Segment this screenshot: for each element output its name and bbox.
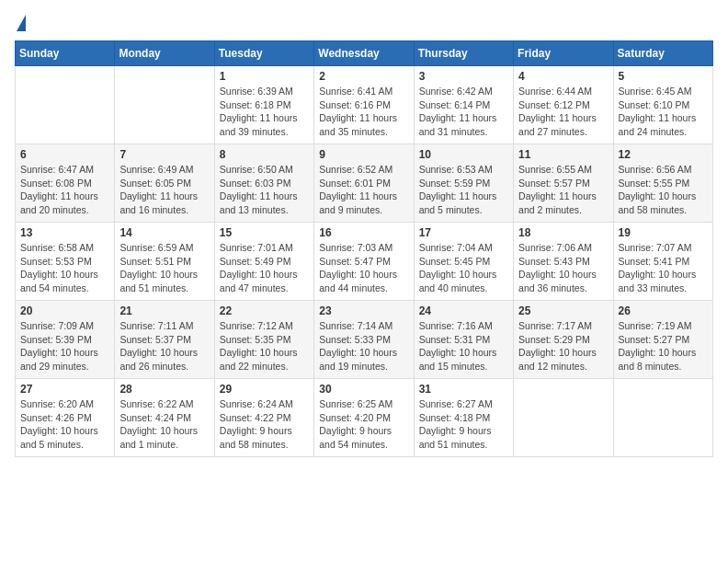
calendar-cell: 18Sunrise: 7:06 AM Sunset: 5:43 PM Dayli… <box>514 223 613 301</box>
day-number: 9 <box>319 148 408 161</box>
day-number: 1 <box>220 70 309 83</box>
logo-triangle-icon <box>17 15 26 31</box>
day-info: Sunrise: 7:06 AM Sunset: 5:43 PM Dayligh… <box>518 241 608 295</box>
calendar-week-row: 6Sunrise: 6:47 AM Sunset: 6:08 PM Daylig… <box>16 144 713 223</box>
calendar-cell: 4Sunrise: 6:44 AM Sunset: 6:12 PM Daylig… <box>514 66 613 144</box>
day-number: 20 <box>20 304 109 317</box>
calendar-cell: 9Sunrise: 6:52 AM Sunset: 6:01 PM Daylig… <box>314 144 414 223</box>
calendar-cell: 10Sunrise: 6:53 AM Sunset: 5:59 PM Dayli… <box>414 144 513 223</box>
calendar-cell: 16Sunrise: 7:03 AM Sunset: 5:47 PM Dayli… <box>314 223 414 301</box>
calendar-cell: 31Sunrise: 6:27 AM Sunset: 4:18 PM Dayli… <box>414 379 513 457</box>
day-of-week-header: Thursday <box>414 41 513 66</box>
calendar-cell: 26Sunrise: 7:19 AM Sunset: 5:27 PM Dayli… <box>613 301 712 379</box>
day-info: Sunrise: 7:07 AM Sunset: 5:41 PM Dayligh… <box>619 241 708 295</box>
day-info: Sunrise: 7:01 AM Sunset: 5:49 PM Dayligh… <box>220 241 309 295</box>
day-info: Sunrise: 6:55 AM Sunset: 5:57 PM Dayligh… <box>518 163 608 217</box>
day-number: 23 <box>319 304 408 317</box>
calendar-cell: 25Sunrise: 7:17 AM Sunset: 5:29 PM Dayli… <box>514 301 613 379</box>
calendar-cell: 5Sunrise: 6:45 AM Sunset: 6:10 PM Daylig… <box>613 66 712 144</box>
day-info: Sunrise: 6:39 AM Sunset: 6:18 PM Dayligh… <box>220 85 309 139</box>
day-info: Sunrise: 6:58 AM Sunset: 5:53 PM Dayligh… <box>20 241 109 295</box>
day-info: Sunrise: 6:42 AM Sunset: 6:14 PM Dayligh… <box>419 85 508 139</box>
day-number: 16 <box>319 226 408 239</box>
calendar-cell <box>16 66 115 144</box>
calendar-cell <box>115 66 214 144</box>
day-info: Sunrise: 6:49 AM Sunset: 6:05 PM Dayligh… <box>119 163 209 217</box>
day-number: 14 <box>119 226 209 239</box>
day-number: 26 <box>619 304 708 317</box>
day-info: Sunrise: 6:20 AM Sunset: 4:26 PM Dayligh… <box>20 397 109 452</box>
day-info: Sunrise: 7:03 AM Sunset: 5:47 PM Dayligh… <box>319 241 408 295</box>
day-of-week-header: Sunday <box>16 41 115 66</box>
day-number: 13 <box>20 226 109 239</box>
calendar-cell: 12Sunrise: 6:56 AM Sunset: 5:55 PM Dayli… <box>613 144 712 223</box>
day-number: 7 <box>119 148 209 161</box>
day-number: 22 <box>220 304 309 317</box>
day-of-week-header: Wednesday <box>314 41 414 66</box>
day-number: 8 <box>220 148 309 161</box>
calendar-cell: 15Sunrise: 7:01 AM Sunset: 5:49 PM Dayli… <box>214 223 313 301</box>
calendar-cell: 27Sunrise: 6:20 AM Sunset: 4:26 PM Dayli… <box>16 379 115 457</box>
calendar-cell: 29Sunrise: 6:24 AM Sunset: 4:22 PM Dayli… <box>214 379 313 457</box>
day-info: Sunrise: 6:25 AM Sunset: 4:20 PM Dayligh… <box>319 397 408 452</box>
day-number: 5 <box>619 70 708 83</box>
day-info: Sunrise: 7:04 AM Sunset: 5:45 PM Dayligh… <box>419 241 508 295</box>
day-info: Sunrise: 6:44 AM Sunset: 6:12 PM Dayligh… <box>518 85 608 139</box>
calendar-cell: 3Sunrise: 6:42 AM Sunset: 6:14 PM Daylig… <box>414 66 513 144</box>
day-number: 11 <box>518 148 608 161</box>
day-number: 25 <box>518 304 608 317</box>
calendar-cell: 23Sunrise: 7:14 AM Sunset: 5:33 PM Dayli… <box>314 301 414 379</box>
calendar-table: SundayMondayTuesdayWednesdayThursdayFrid… <box>15 40 713 457</box>
day-info: Sunrise: 6:47 AM Sunset: 6:08 PM Dayligh… <box>20 163 109 217</box>
calendar-cell: 19Sunrise: 7:07 AM Sunset: 5:41 PM Dayli… <box>613 223 712 301</box>
day-info: Sunrise: 7:11 AM Sunset: 5:37 PM Dayligh… <box>119 319 209 373</box>
calendar-cell <box>613 379 712 457</box>
calendar-cell: 30Sunrise: 6:25 AM Sunset: 4:20 PM Dayli… <box>314 379 414 457</box>
calendar-cell: 28Sunrise: 6:22 AM Sunset: 4:24 PM Dayli… <box>115 379 214 457</box>
calendar-cell: 7Sunrise: 6:49 AM Sunset: 6:05 PM Daylig… <box>115 144 214 223</box>
day-number: 21 <box>119 304 209 317</box>
day-info: Sunrise: 7:17 AM Sunset: 5:29 PM Dayligh… <box>518 319 608 373</box>
day-number: 29 <box>220 383 309 396</box>
calendar-cell: 8Sunrise: 6:50 AM Sunset: 6:03 PM Daylig… <box>214 144 313 223</box>
day-of-week-header: Monday <box>115 41 214 66</box>
day-of-week-header: Saturday <box>613 41 712 66</box>
calendar-week-row: 27Sunrise: 6:20 AM Sunset: 4:26 PM Dayli… <box>16 379 713 457</box>
day-info: Sunrise: 6:59 AM Sunset: 5:51 PM Dayligh… <box>119 241 209 295</box>
day-number: 31 <box>419 383 508 396</box>
day-number: 19 <box>619 226 708 239</box>
day-info: Sunrise: 6:52 AM Sunset: 6:01 PM Dayligh… <box>319 163 408 217</box>
day-info: Sunrise: 6:53 AM Sunset: 5:59 PM Dayligh… <box>419 163 508 217</box>
day-info: Sunrise: 6:56 AM Sunset: 5:55 PM Dayligh… <box>619 163 708 217</box>
page-header <box>15 15 713 31</box>
day-number: 12 <box>619 148 708 161</box>
day-number: 27 <box>20 383 109 396</box>
day-number: 18 <box>518 226 608 239</box>
day-number: 10 <box>419 148 508 161</box>
day-of-week-header: Friday <box>514 41 613 66</box>
day-of-week-header: Tuesday <box>214 41 313 66</box>
day-info: Sunrise: 7:14 AM Sunset: 5:33 PM Dayligh… <box>319 319 408 373</box>
day-number: 2 <box>319 70 408 83</box>
day-info: Sunrise: 7:16 AM Sunset: 5:31 PM Dayligh… <box>419 319 508 373</box>
calendar-week-row: 20Sunrise: 7:09 AM Sunset: 5:39 PM Dayli… <box>16 301 713 379</box>
calendar-cell: 11Sunrise: 6:55 AM Sunset: 5:57 PM Dayli… <box>514 144 613 223</box>
calendar-cell: 14Sunrise: 6:59 AM Sunset: 5:51 PM Dayli… <box>115 223 214 301</box>
day-number: 24 <box>419 304 508 317</box>
day-info: Sunrise: 6:50 AM Sunset: 6:03 PM Dayligh… <box>220 163 309 217</box>
day-info: Sunrise: 7:09 AM Sunset: 5:39 PM Dayligh… <box>20 319 109 373</box>
calendar-cell: 22Sunrise: 7:12 AM Sunset: 5:35 PM Dayli… <box>214 301 313 379</box>
day-info: Sunrise: 6:27 AM Sunset: 4:18 PM Dayligh… <box>419 397 508 452</box>
day-number: 6 <box>20 148 109 161</box>
calendar-cell: 20Sunrise: 7:09 AM Sunset: 5:39 PM Dayli… <box>16 301 115 379</box>
day-number: 28 <box>119 383 209 396</box>
calendar-header-row: SundayMondayTuesdayWednesdayThursdayFrid… <box>16 41 713 66</box>
calendar-cell: 1Sunrise: 6:39 AM Sunset: 6:18 PM Daylig… <box>214 66 313 144</box>
calendar-cell: 21Sunrise: 7:11 AM Sunset: 5:37 PM Dayli… <box>115 301 214 379</box>
day-info: Sunrise: 6:45 AM Sunset: 6:10 PM Dayligh… <box>619 85 708 139</box>
day-number: 30 <box>319 383 408 396</box>
day-number: 15 <box>220 226 309 239</box>
day-info: Sunrise: 6:22 AM Sunset: 4:24 PM Dayligh… <box>119 397 209 452</box>
day-info: Sunrise: 7:19 AM Sunset: 5:27 PM Dayligh… <box>619 319 708 373</box>
calendar-cell: 2Sunrise: 6:41 AM Sunset: 6:16 PM Daylig… <box>314 66 414 144</box>
